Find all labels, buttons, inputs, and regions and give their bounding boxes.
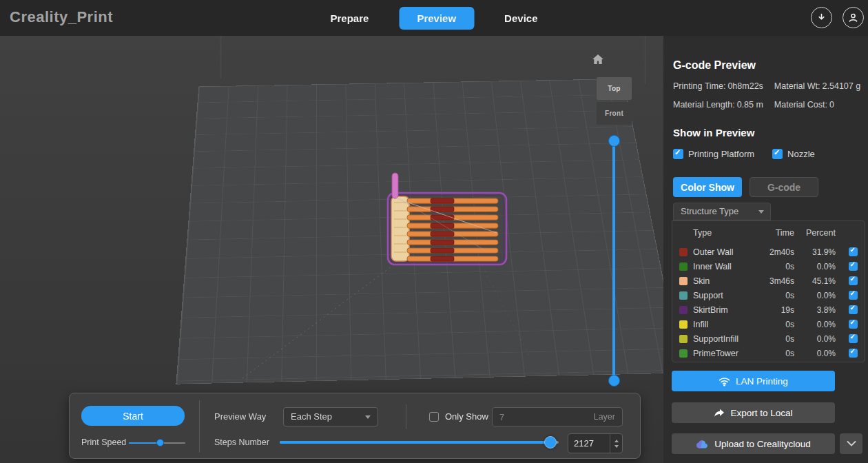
preview-way-value: Each Step xyxy=(291,411,332,422)
header-time: Time xyxy=(757,228,797,238)
main-tabs: Prepare Preview Device xyxy=(321,0,548,36)
material-wt-stat: Material Wt:2.54107 g xyxy=(774,81,862,91)
header-percent: Percent xyxy=(797,228,841,238)
steps-slider-fill xyxy=(280,441,550,444)
nozzle-checkbox[interactable] xyxy=(772,149,783,159)
table-row: Inner Wall 0s 0.0% xyxy=(672,259,865,274)
lan-printing-button[interactable]: LAN Printing xyxy=(672,371,835,391)
upload-to-crealitycloud-label: Upload to Crealitycloud xyxy=(714,439,811,449)
material-cost-value: 0 xyxy=(829,100,834,110)
spinner-down-icon[interactable] xyxy=(614,445,619,448)
steps-slider-handle[interactable] xyxy=(544,436,557,449)
cloud-icon xyxy=(696,440,709,449)
print-speed-slider-handle[interactable] xyxy=(156,439,164,446)
structure-type-label: SkirtBrim xyxy=(693,305,757,315)
show-in-preview-title: Show in Preview xyxy=(673,127,754,138)
print-speed-label: Print Speed xyxy=(81,438,126,447)
structure-visibility-checkbox[interactable] xyxy=(849,334,858,343)
printing-platform-option[interactable]: Printing Platform xyxy=(673,149,754,159)
upload-to-crealitycloud-button[interactable]: Upload to Crealitycloud xyxy=(672,433,835,454)
structure-time: 0s xyxy=(757,349,797,358)
structure-visibility-checkbox[interactable] xyxy=(849,305,858,314)
chevron-down-icon xyxy=(758,210,764,214)
structure-type-dropdown[interactable]: Structure Type xyxy=(673,203,771,220)
lan-printing-label: LAN Printing xyxy=(736,376,788,387)
topbar-icons xyxy=(811,7,864,28)
structure-percent: 0.0% xyxy=(797,334,841,344)
structure-type-label: PrimeTower xyxy=(693,349,757,358)
layer-slider-top-handle[interactable] xyxy=(608,135,620,147)
printing-time-label: Printing Time: xyxy=(673,81,725,91)
nozzle-option[interactable]: Nozzle xyxy=(772,149,815,159)
structure-visibility-checkbox[interactable] xyxy=(849,247,858,256)
printing-time-stat: Printing Time:0h8m22s xyxy=(673,81,765,91)
chevron-down-icon xyxy=(847,441,856,446)
download-icon[interactable] xyxy=(811,7,832,28)
structure-visibility-checkbox[interactable] xyxy=(849,276,858,285)
profile-icon[interactable] xyxy=(843,7,864,28)
spinner-up-icon[interactable] xyxy=(614,440,619,442)
gcode-button[interactable]: G-code xyxy=(750,177,818,197)
layer-range-slider-track[interactable] xyxy=(612,141,615,381)
steps-number-field xyxy=(568,433,623,453)
structure-percent: 0.0% xyxy=(797,320,841,329)
export-to-local-button[interactable]: Export to Local xyxy=(672,402,835,423)
layer-number-input[interactable] xyxy=(493,412,594,422)
tab-prepare[interactable]: Prepare xyxy=(321,7,379,30)
structure-percent: 0.0% xyxy=(797,262,841,271)
tab-preview[interactable]: Preview xyxy=(399,7,474,30)
top-bar: Creality_Print Prepare Preview Device xyxy=(0,0,868,36)
home-view-icon[interactable] xyxy=(589,51,607,68)
structure-type-label: Outer Wall xyxy=(693,247,757,257)
structure-percent: 45.1% xyxy=(797,276,841,286)
structure-color-swatch xyxy=(679,248,688,256)
structure-visibility-checkbox[interactable] xyxy=(849,349,858,358)
divider xyxy=(199,400,200,453)
material-cost-label: Material Cost: xyxy=(774,100,827,110)
structure-visibility-checkbox[interactable] xyxy=(849,291,858,300)
divider xyxy=(406,404,406,429)
material-length-value: 0.85 m xyxy=(737,100,763,110)
structure-percent: 3.8% xyxy=(797,305,841,315)
tab-device[interactable]: Device xyxy=(495,7,547,30)
app-window: Creality_Print Prepare Preview Device xyxy=(0,0,868,463)
layer-slider-bottom-handle[interactable] xyxy=(608,375,620,387)
structure-type-label: Support xyxy=(693,291,757,300)
structure-type-label: Infill xyxy=(693,320,757,329)
structure-time: 0s xyxy=(757,320,797,329)
structure-time: 2m40s xyxy=(757,247,797,257)
structure-visibility-checkbox[interactable] xyxy=(849,262,858,271)
structure-percent: 31.9% xyxy=(797,247,841,257)
structure-time: 0s xyxy=(757,262,797,271)
view-button-front[interactable]: Front xyxy=(597,102,632,125)
show-in-preview-options: Printing Platform Nozzle xyxy=(673,149,815,159)
structure-visibility-checkbox[interactable] xyxy=(849,320,858,329)
only-show-label: Only Show xyxy=(445,411,488,422)
start-button[interactable]: Start xyxy=(81,406,185,426)
structure-color-swatch xyxy=(679,349,688,358)
structure-table-header: Type Time Percent xyxy=(672,221,865,245)
view-button-top[interactable]: Top xyxy=(597,77,632,100)
material-wt-value: 2.54107 g xyxy=(823,81,861,91)
material-wt-label: Material Wt: xyxy=(774,81,820,91)
upload-options-expander[interactable] xyxy=(840,433,862,454)
structure-time: 0s xyxy=(757,291,797,300)
color-show-button[interactable]: Color Show xyxy=(673,177,742,197)
only-show-layer-field: Layer xyxy=(492,407,623,426)
printing-platform-checkbox[interactable] xyxy=(673,149,683,159)
preview-way-dropdown[interactable]: Each Step xyxy=(283,407,378,426)
steps-number-input[interactable] xyxy=(568,434,610,453)
steps-number-spinner xyxy=(610,434,622,453)
table-row: PrimeTower 0s 0.0% xyxy=(672,346,865,360)
preview-mode-tabs: Color Show G-code xyxy=(673,177,818,197)
app-logo: Creality_Print xyxy=(10,8,113,26)
stats-row-2: Material Length:0.85 m Material Cost:0 xyxy=(673,100,836,110)
nozzle-label: Nozzle xyxy=(787,149,815,159)
export-icon xyxy=(714,409,725,418)
preview-way-label: Preview Way xyxy=(214,411,266,422)
structure-type-label: SupportInfill xyxy=(693,334,757,344)
material-cost-stat: Material Cost:0 xyxy=(774,100,836,110)
stats-row-1: Printing Time:0h8m22s Material Wt:2.5410… xyxy=(673,81,862,91)
structure-color-swatch xyxy=(679,335,688,343)
only-show-checkbox[interactable] xyxy=(429,412,439,422)
